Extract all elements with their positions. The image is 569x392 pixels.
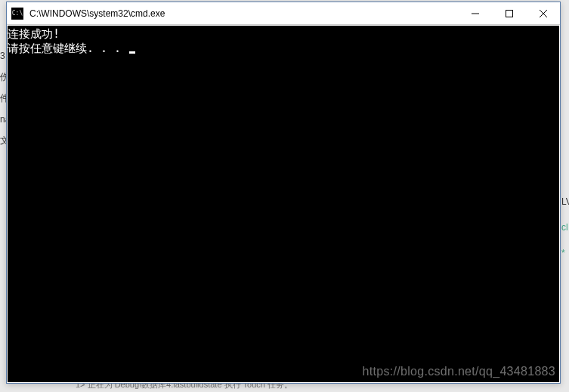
svg-rect-1: [506, 10, 512, 17]
cmd-icon: C:\: [11, 8, 23, 20]
close-button[interactable]: [526, 2, 560, 24]
close-icon: [540, 10, 547, 17]
maximize-icon: [506, 10, 513, 17]
console-line-1: 连接成功!: [8, 27, 559, 42]
window-titlebar[interactable]: C:\ C:\WINDOWS\system32\cmd.exe: [7, 2, 560, 25]
cmd-window: C:\ C:\WINDOWS\system32\cmd.exe 连接成功! 请按…: [6, 2, 561, 384]
minimize-button[interactable]: [458, 2, 492, 24]
console-line-2: 请按任意键继续. . .: [8, 42, 559, 56]
console-line-2-text: 请按任意键继续. . .: [8, 42, 128, 55]
minimize-icon: [472, 10, 479, 17]
window-controls: [458, 2, 560, 24]
bg-right-text: LV cl *: [561, 196, 569, 273]
cmd-icon-text: C:\: [12, 10, 23, 17]
console-output[interactable]: 连接成功! 请按任意键继续. . .: [8, 26, 559, 382]
cursor-icon: [129, 51, 135, 54]
window-title: C:\WINDOWS\system32\cmd.exe: [28, 8, 458, 19]
maximize-button[interactable]: [492, 2, 526, 24]
